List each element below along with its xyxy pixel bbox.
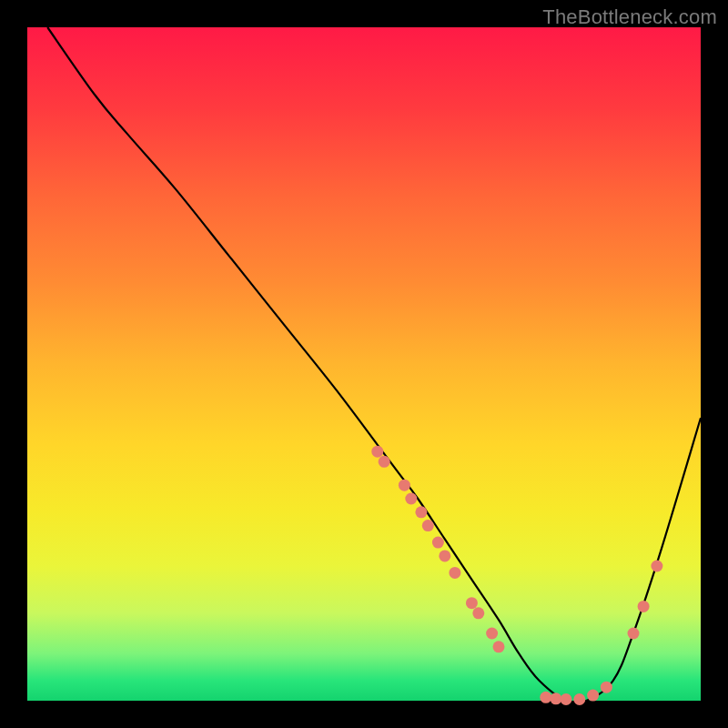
data-point bbox=[486, 628, 498, 640]
data-point bbox=[466, 597, 478, 609]
data-point bbox=[399, 480, 410, 491]
data-markers bbox=[371, 446, 662, 705]
data-point bbox=[550, 693, 561, 704]
data-point bbox=[628, 628, 640, 640]
data-point bbox=[371, 446, 383, 458]
data-point bbox=[573, 693, 585, 705]
data-point bbox=[439, 550, 450, 561]
data-point bbox=[540, 692, 551, 703]
data-point bbox=[601, 682, 612, 693]
data-point bbox=[405, 493, 417, 505]
data-point bbox=[449, 567, 460, 579]
gradient-plot-area bbox=[27, 27, 701, 701]
data-point bbox=[379, 456, 390, 468]
data-point bbox=[561, 693, 572, 705]
bottleneck-curve bbox=[47, 27, 701, 703]
data-point bbox=[493, 641, 505, 652]
data-point bbox=[432, 537, 444, 549]
chart-stage: TheBottleneck.com bbox=[0, 0, 728, 728]
data-point bbox=[651, 561, 662, 572]
curve-layer bbox=[27, 27, 701, 701]
attribution-watermark: TheBottleneck.com bbox=[542, 5, 717, 29]
data-point bbox=[472, 607, 484, 619]
data-point bbox=[638, 601, 650, 612]
data-point bbox=[587, 690, 599, 702]
data-point bbox=[415, 506, 427, 518]
data-point bbox=[422, 520, 434, 531]
